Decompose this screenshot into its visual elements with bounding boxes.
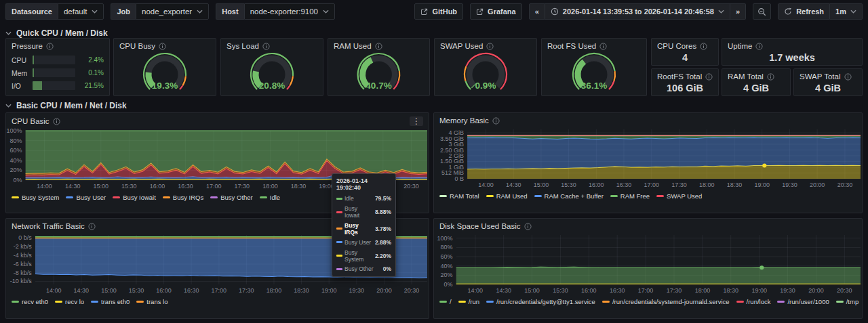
legend-item[interactable]: RAM Used [486,192,528,200]
panel-title[interactable]: CPU Basic [12,117,50,125]
info-icon[interactable] [375,43,382,50]
info-icon[interactable] [599,43,607,50]
info-icon[interactable] [486,43,494,50]
legend-item[interactable]: /run/lock [736,298,771,305]
legend-item[interactable]: /run [458,298,479,305]
time-shift-back-button[interactable]: « [529,3,545,20]
time-shift-forward-button[interactable]: » [730,3,746,20]
legend-item[interactable]: / [439,298,452,305]
info-icon[interactable] [492,117,500,125]
info-icon[interactable] [705,73,713,81]
legend-item[interactable]: /tmp [836,298,859,305]
legend-item[interactable]: recv eth0 [12,298,48,305]
refresh-interval-select[interactable]: 1m [830,3,863,20]
datasource-select[interactable]: default [58,3,104,20]
info-icon[interactable] [262,43,270,50]
legend-item[interactable]: /run/credentials/systemd-journald.servic… [602,298,730,305]
legend-item[interactable]: trans lo [136,298,167,305]
refresh-button[interactable]: Refresh [778,3,830,20]
pressure-bar-fill [33,68,34,77]
svg-text:-10 kb/s: -10 kb/s [10,278,33,285]
legend-item[interactable]: Busy System [12,194,59,201]
external-link-icon [476,8,484,16]
panel-title[interactable]: Sys Load [226,42,259,50]
svg-text:15:00: 15:00 [93,183,108,190]
legend-item[interactable]: Busy User [66,194,106,201]
external-link-icon [420,8,428,16]
svg-text:18:00: 18:00 [267,287,282,294]
legend-item[interactable]: Busy Iowait [113,194,156,201]
svg-text:14:00: 14:00 [478,181,494,188]
info-icon[interactable] [53,118,60,125]
pressure-row: Mem 0.1% [6,68,109,77]
svg-text:14:00: 14:00 [468,287,484,294]
panel-menu-icon[interactable]: ⋮ [410,116,423,126]
memory-basic-panel: Memory Basic 4 GiB3.50 GiB3 GiB2.50 GiB2… [433,112,863,213]
svg-text:40%: 40% [441,263,453,270]
info-icon[interactable] [767,73,774,81]
legend-item[interactable]: RAM Free [610,192,650,200]
section-basic-cpu-mem-net-disk[interactable]: Basic CPU / Mem / Net / Disk [5,101,127,110]
panel-title[interactable]: SWAP Used [440,42,483,50]
svg-text:15:30: 15:30 [561,181,576,188]
disk-space-used-basic-chart[interactable]: 0%20%40%60%80%100%14:0014:3015:0015:3016… [434,232,862,297]
time-range-label: 2026-01-14 13:39:53 to 2026-01-14 20:46:… [563,7,714,16]
panel-title[interactable]: Root FS Used [547,42,596,50]
panel-title[interactable]: CPU Cores [657,42,696,50]
legend-item[interactable]: RAM Total [439,192,479,200]
panel-title[interactable]: RAM Used [334,42,372,50]
legend-item[interactable]: Busy IRQs [163,194,203,201]
svg-text:20:30: 20:30 [404,287,420,294]
panel-title[interactable]: Network Traffic Basic [12,222,85,230]
legend-item[interactable]: Busy Other [210,194,253,201]
panel-title[interactable]: Memory Basic [439,116,489,125]
panel-title[interactable]: CPU Busy [119,42,155,50]
variable-label: Job [111,3,136,20]
svg-text:-8 kb/s: -8 kb/s [14,270,33,276]
info-icon[interactable] [88,223,96,230]
time-range-picker[interactable]: 2026-01-14 13:39:53 to 2026-01-14 20:46:… [545,3,730,20]
legend-item[interactable]: trans eth0 [91,298,130,305]
series-swatch [336,211,342,213]
job-select[interactable]: node_exporter [136,3,209,20]
grafana-link-button[interactable]: Grafana [470,3,522,20]
svg-text:16:30: 16:30 [178,183,193,190]
pressure-bar [33,68,75,77]
section-quick-cpu-mem-disk[interactable]: Quick CPU / Mem / Disk [5,28,108,38]
legend-item[interactable]: recv lo [55,298,84,305]
svg-text:100%: 100% [7,127,22,134]
github-label: GitHub [432,7,457,16]
clock-icon [551,7,559,16]
info-icon[interactable] [755,43,763,50]
panel-title[interactable]: RootFS Total [657,72,702,81]
info-icon[interactable] [700,43,707,50]
legend-item[interactable]: /run/credentials/getty@tty1.service [486,298,595,305]
legend-item[interactable]: RAM Cache + Buffer [534,192,604,200]
refresh-group: Refresh 1m [778,3,863,20]
variable-value: default [64,7,87,16]
info-icon[interactable] [524,223,532,230]
chart-tooltip: 2026-01-14 19:02:40 Idle79.5% Busy Iowai… [332,173,396,277]
pressure-row-label: I/O [12,82,28,90]
info-icon[interactable] [844,73,852,81]
chart-legend: //run/run/credentials/getty@tty1.service… [434,297,862,305]
svg-text:18:30: 18:30 [294,287,309,294]
panel-title[interactable]: SWAP Total [800,72,841,81]
gauge-value: 0.9% [435,81,536,91]
panel-title[interactable]: RAM Total [728,72,764,81]
svg-text:19:30: 19:30 [782,181,797,188]
panel-title[interactable]: Uptime [728,42,752,50]
panel-title[interactable]: Disk Space Used Basic [439,222,521,230]
panel-title[interactable]: Pressure [12,42,43,50]
info-icon[interactable] [46,43,54,50]
host-select[interactable]: node-exporter:9100 [244,3,335,20]
legend-item[interactable]: SWAP Used [656,192,702,200]
memory-basic-chart[interactable]: 4 GiB3.50 GiB3 GiB2.50 GiB2 GiB1.50 GiB1… [434,126,862,191]
legend-item[interactable]: Idle [260,194,280,201]
zoom-out-button[interactable] [753,3,771,20]
legend-item[interactable]: /run/user/1000 [777,298,829,305]
time-picker-group: « 2026-01-14 13:39:53 to 2026-01-14 20:4… [529,3,746,20]
github-link-button[interactable]: GitHub [414,3,463,20]
info-icon[interactable] [159,43,166,50]
variable-host: Host node-exporter:9100 [216,3,335,20]
